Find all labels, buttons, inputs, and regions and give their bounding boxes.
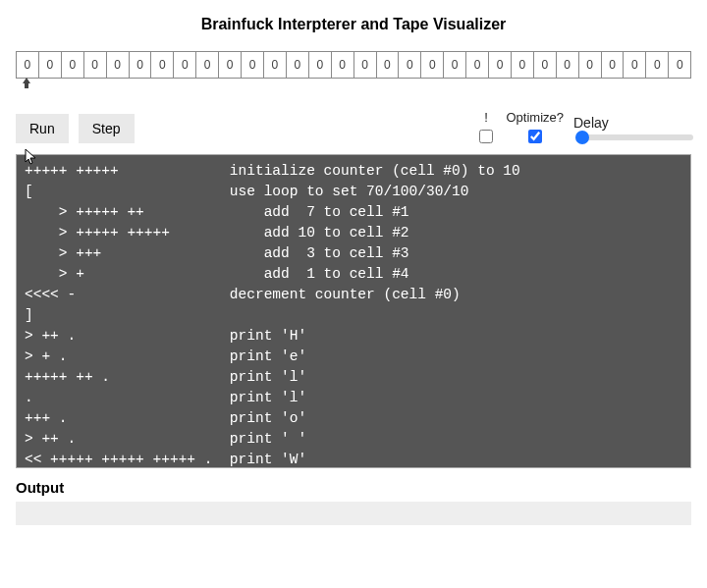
delay-option: Delay [573,115,691,142]
tape-cell: 0 [489,52,512,78]
tape: 000000000000000000000000000000 [16,51,691,79]
tape-cell: 0 [39,52,62,78]
tape-cell: 0 [130,52,152,78]
break-option: ! [475,110,496,146]
tape-cell: 0 [669,52,690,78]
tape-cell: 0 [466,52,489,78]
tape-pointer-row [16,79,691,92]
step-button[interactable]: Step [79,114,135,143]
tape-cell: 0 [354,52,377,78]
tape-cell: 0 [84,52,107,78]
optimize-label: Optimize? [506,110,564,125]
controls-bar: Run Step ! Optimize? Delay [16,110,691,146]
tape-cell: 0 [264,52,287,78]
tape-cell: 0 [557,52,579,78]
tape-cell: 0 [602,52,625,78]
tape-cell: 0 [309,52,332,78]
tape-cell: 0 [646,52,669,78]
delay-label: Delay [573,115,691,131]
page-title: Brainfuck Interpterer and Tape Visualize… [16,16,691,33]
tape-cell: 0 [107,52,130,78]
tape-cell: 0 [624,52,646,78]
tape-cell: 0 [421,52,444,78]
output-box [16,502,691,525]
run-button[interactable]: Run [16,114,69,143]
delay-slider[interactable] [575,134,693,140]
tape-cell: 0 [332,52,354,78]
optimize-option: Optimize? [506,110,564,146]
tape-cell: 0 [399,52,421,78]
tape-cell: 0 [62,52,84,78]
tape-cell: 0 [17,52,39,78]
tape-cell: 0 [444,52,466,78]
code-editor[interactable] [16,154,691,468]
break-checkbox[interactable] [479,130,493,143]
tape-cell: 0 [151,52,174,78]
break-label: ! [484,110,488,125]
tape-cell: 0 [377,52,400,78]
tape-cell: 0 [512,52,534,78]
optimize-checkbox[interactable] [528,130,542,143]
output-heading: Output [16,479,691,496]
tape-cell: 0 [287,52,309,78]
tape-cell: 0 [534,52,557,78]
tape-cell: 0 [196,52,219,78]
tape-cell: 0 [219,52,242,78]
tape-cell: 0 [242,52,264,78]
tape-cell: 0 [579,52,602,78]
tape-cell: 0 [174,52,196,78]
